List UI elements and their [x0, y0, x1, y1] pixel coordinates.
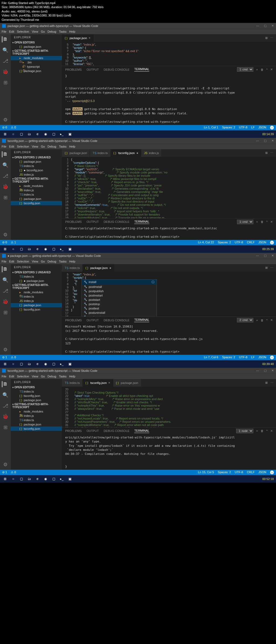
panel-tab[interactable]: PROBLEMS — [65, 429, 82, 432]
split-icon[interactable]: ⊞ — [265, 266, 268, 270]
extensions-icon[interactable]: ⊞ — [2, 80, 8, 86]
menu-item[interactable]: File — [2, 30, 6, 33]
taskbar-search-icon[interactable]: ○ — [10, 361, 16, 367]
menu-item[interactable]: Edit — [9, 30, 14, 33]
tree-item[interactable]: ▸ 🗀node_modules — [11, 56, 62, 60]
kill-terminal-icon[interactable]: 🗑 — [261, 429, 264, 432]
panel-tab[interactable]: OUTPUT — [87, 220, 99, 223]
menu-item[interactable]: View — [32, 260, 38, 263]
code-editor[interactable]: 5 "main": "index.js",6 "scripts": {7 "te… — [62, 42, 276, 66]
open-editor-item[interactable]: { }package.json — [11, 159, 62, 164]
tab-close-icon[interactable]: × — [108, 381, 110, 385]
project-section[interactable]: GETTING-STARTED-WITH-TYPESCRIPT — [11, 49, 62, 56]
debug-icon[interactable]: 🐞 — [2, 299, 8, 305]
windows-start-icon[interactable]: ⊞ — [2, 361, 8, 367]
panel-tab[interactable]: TERMINAL — [134, 429, 149, 433]
code-editor[interactable]: 1{2 "compilerOptions": {3 /* Basic Optio… — [62, 157, 276, 218]
panel-tab[interactable]: OUTPUT — [87, 68, 99, 71]
app-icon[interactable]: ▢ — [50, 476, 57, 482]
menu-item[interactable]: Selection — [17, 260, 29, 263]
terminal-select[interactable]: 1: node — [236, 429, 253, 433]
split-icon[interactable]: ⊞ — [265, 36, 268, 40]
gear-icon[interactable]: ⚙ — [2, 232, 8, 238]
panel-tab[interactable]: TERMINAL — [134, 318, 149, 322]
menu-item[interactable]: Selection — [17, 145, 29, 148]
project-section[interactable]: GETTING-STARTED-WITH-TYPESCRIPT — [11, 177, 62, 184]
vscode-taskbar-icon[interactable]: ▣ — [67, 361, 73, 367]
status-item[interactable]: ⊘ 1 — [2, 471, 7, 474]
close-icon[interactable]: ✕ — [271, 24, 274, 28]
chrome-icon[interactable]: ◉ — [42, 476, 49, 482]
extensions-icon[interactable]: ⊞ — [2, 195, 8, 200]
open-editor-item[interactable]: { }● tsconfig.json — [11, 168, 62, 172]
explorer-taskbar-icon[interactable]: 🗂 — [26, 361, 33, 367]
tab-close-icon[interactable]: × — [89, 36, 91, 40]
panel-tab[interactable]: OUTPUT — [87, 319, 99, 322]
search-icon[interactable]: 🔍 — [2, 392, 8, 398]
vscode-taskbar-icon[interactable]: ▣ — [67, 476, 73, 482]
tree-item[interactable]: TSindex.ts — [11, 294, 62, 299]
edge-icon[interactable]: e — [34, 131, 41, 137]
tab-close-icon[interactable]: ● — [136, 151, 138, 155]
info-icon[interactable]: ⓘ — [151, 280, 154, 284]
menu-item[interactable]: Tasks — [59, 145, 67, 148]
vscode-taskbar-icon[interactable]: ▣ — [67, 131, 73, 137]
autocomplete-item[interactable]: 🔧poststop — [82, 302, 157, 306]
tree-item[interactable]: ▸ 🗀node_modules — [11, 409, 62, 414]
taskview-icon[interactable]: ▢ — [18, 131, 25, 137]
terminal-select[interactable]: 2: cmd — [237, 318, 253, 322]
terminal-output[interactable]: } C:\Users\eric\git\wintellectnow\gettin… — [62, 73, 276, 125]
status-item[interactable]: JSON — [258, 126, 266, 130]
editor-tab[interactable]: JSindex.js — [141, 149, 162, 157]
editor-tab[interactable]: TSindex.ts — [62, 264, 83, 272]
autocomplete-item[interactable]: 🔧installⓘ — [82, 280, 157, 285]
status-item[interactable]: Ln 1, Col 1 — [204, 126, 218, 130]
open-editors-section[interactable]: OPEN EDITORS 1 UNSAVED — [11, 155, 62, 159]
panel-tab[interactable]: DEBUG CONSOLE — [104, 220, 129, 223]
status-item[interactable]: LF — [251, 356, 255, 359]
menu-item[interactable]: Edit — [9, 260, 14, 263]
explorer-taskbar-icon[interactable]: 🗂 — [26, 131, 33, 137]
menu-item[interactable]: Go — [41, 260, 45, 263]
close-panel-icon[interactable]: ✕ — [270, 220, 273, 224]
taskview-icon[interactable]: ▢ — [18, 246, 25, 252]
open-editors-section[interactable]: OPEN EDITORS 1 UNSAVED — [11, 270, 62, 274]
status-item[interactable]: Spaces: 2 — [218, 471, 231, 474]
menu-item[interactable]: Debug — [47, 260, 56, 263]
open-editor-item[interactable]: { }package.json — [11, 398, 62, 402]
windows-start-icon[interactable]: ⊞ — [2, 246, 8, 252]
status-item[interactable]: CRLF — [247, 471, 255, 474]
tree-item[interactable]: JSindex.js — [11, 188, 62, 192]
taskbar-search-icon[interactable]: ○ — [10, 476, 16, 482]
editor-tab[interactable]: { }package.json● — [83, 264, 114, 272]
close-icon[interactable]: ✕ — [271, 139, 274, 142]
menu-item[interactable]: View — [32, 30, 38, 33]
menu-item[interactable]: Tasks — [59, 30, 67, 33]
menu-item[interactable]: Tasks — [59, 260, 67, 263]
feedback-icon[interactable]: ☺ — [270, 356, 274, 359]
menu-item[interactable]: Go — [41, 375, 45, 378]
minimize-icon[interactable]: — — [256, 254, 259, 257]
status-item[interactable]: Spaces: 2 — [222, 126, 235, 130]
minimize-icon[interactable]: — — [256, 24, 259, 28]
chrome-icon[interactable]: ◉ — [42, 361, 49, 367]
status-item[interactable]: ⚠ 0 — [11, 356, 16, 359]
explorer-taskbar-icon[interactable]: 🗂 — [26, 246, 33, 252]
status-item[interactable]: UTF-8 — [239, 126, 247, 130]
project-section[interactable]: GETTING-STARTED-WITH-TYPESCRIPT — [11, 283, 62, 290]
new-terminal-icon[interactable]: + — [256, 319, 258, 322]
terminal-taskbar-icon[interactable]: ▸_ — [58, 361, 65, 367]
more-icon[interactable]: ⋯ — [270, 151, 273, 155]
extensions-icon[interactable]: ⊞ — [2, 424, 8, 430]
feedback-icon[interactable]: ☺ — [270, 126, 274, 130]
panel-tab[interactable]: PROBLEMS — [65, 68, 82, 71]
windows-start-icon[interactable]: ⊞ — [2, 131, 8, 137]
git-icon[interactable]: ⎇ — [2, 403, 8, 409]
menu-item[interactable]: Debug — [47, 30, 56, 33]
tree-item[interactable]: ▸ 🗀node_modules — [11, 184, 62, 188]
tree-item[interactable]: { }tsconfig.json — [11, 201, 62, 205]
close-icon[interactable]: ✕ — [271, 369, 274, 372]
edge-icon[interactable]: e — [34, 246, 41, 252]
tree-item[interactable]: { }package.json — [11, 69, 62, 73]
editor-tab[interactable]: { }package.json — [62, 149, 90, 157]
